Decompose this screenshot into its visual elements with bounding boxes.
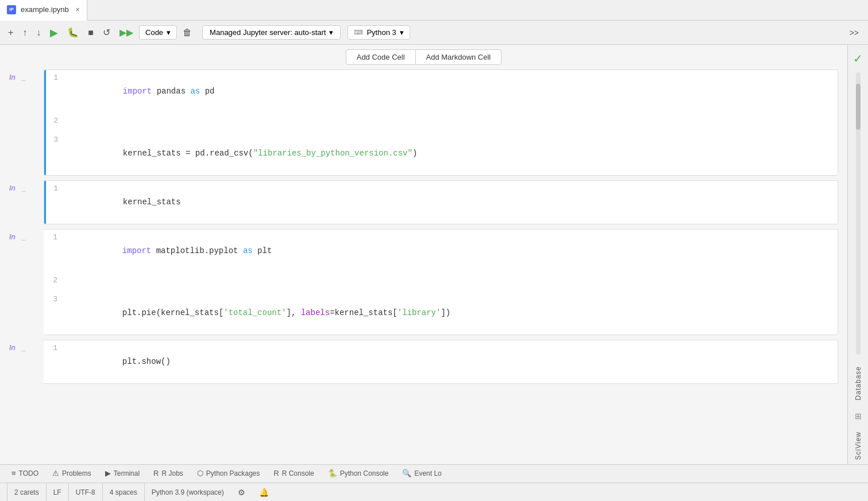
add-code-cell-button[interactable]: Add Code Cell bbox=[346, 49, 415, 65]
tab-event-log[interactable]: 🔍 Event Lo bbox=[395, 465, 448, 483]
r-console-icon: R bbox=[273, 469, 279, 477]
indent-status: 4 spaces bbox=[102, 483, 144, 501]
tab-problems[interactable]: ⚠ Problems bbox=[45, 465, 98, 483]
scrollbar-thumb[interactable] bbox=[856, 84, 861, 130]
python-packages-icon: ⬡ bbox=[197, 469, 203, 477]
tab-terminal[interactable]: ▶ Terminal bbox=[98, 465, 146, 483]
todo-icon: ≡ bbox=[11, 469, 16, 477]
grid-icon[interactable]: ⊞ bbox=[850, 407, 867, 425]
cell-1-active-border bbox=[44, 70, 46, 175]
cell-4-body[interactable]: 1 plt.show() bbox=[44, 340, 838, 384]
status-bar: 2 carets LF UTF-8 4 spaces Python 3.9 (w… bbox=[0, 483, 868, 501]
revert-button[interactable]: ↺ bbox=[99, 25, 114, 40]
cell-3-line-1: 1 import matplotlib.pyplot as plt bbox=[44, 230, 838, 273]
stop-button[interactable]: ■ bbox=[84, 25, 97, 40]
main-area: Add Code Cell Add Markdown Cell In _ 1 i… bbox=[0, 45, 868, 464]
cell-4-label: In _ bbox=[9, 340, 44, 352]
problems-label: Problems bbox=[62, 469, 91, 477]
move-down-button[interactable]: ↓ bbox=[33, 25, 44, 40]
cell-2-label: In _ bbox=[9, 180, 44, 192]
event-log-label: Event Lo bbox=[414, 469, 441, 477]
problems-icon: ⚠ bbox=[52, 469, 59, 477]
sciview-panel-label[interactable]: SciView bbox=[853, 427, 863, 464]
python-version-status: Python 3.9 (workspace) bbox=[144, 483, 231, 501]
move-up-button[interactable]: ↑ bbox=[19, 25, 30, 40]
cell-2-body[interactable]: 1 kernel_stats bbox=[44, 180, 838, 224]
right-sidebar: ✓ Database ⊞ SciView bbox=[847, 45, 868, 464]
debug-button[interactable]: 🐛 bbox=[64, 25, 82, 40]
cell-4-line-1: 1 plt.show() bbox=[44, 340, 838, 383]
python-console-label: Python Console bbox=[340, 469, 389, 477]
tab-r-jobs[interactable]: R R Jobs bbox=[146, 465, 190, 483]
bottom-tabs-bar: ≡ TODO ⚠ Problems ▶ Terminal R R Jobs ⬡ … bbox=[0, 464, 868, 483]
cell-1-label: In _ bbox=[9, 69, 44, 81]
scrollbar-track[interactable] bbox=[856, 72, 861, 355]
cell-2-container: In _ 1 kernel_stats bbox=[0, 180, 847, 224]
tab-bar: IP example.ipynb × bbox=[0, 0, 868, 21]
notebook-tab[interactable]: IP example.ipynb × bbox=[0, 0, 87, 21]
cell-2-active-border bbox=[44, 181, 46, 224]
tab-close-button[interactable]: × bbox=[76, 6, 80, 14]
run-all-button[interactable]: ▶▶ bbox=[116, 25, 137, 40]
add-cell-button[interactable]: + bbox=[5, 25, 17, 40]
cell-1-line-1: 1 import pandas as pd bbox=[44, 70, 838, 113]
tab-python-packages[interactable]: ⬡ Python Packages bbox=[190, 465, 267, 483]
tab-icon: IP bbox=[7, 5, 16, 14]
tab-filename: example.ipynb bbox=[21, 5, 69, 14]
cell-type-dropdown[interactable]: Code ▾ bbox=[139, 25, 177, 40]
terminal-label: Terminal bbox=[114, 469, 140, 477]
cell-3-body[interactable]: 1 import matplotlib.pyplot as plt 2 3 pl… bbox=[44, 229, 838, 335]
cell-1-line-2: 2 bbox=[44, 113, 838, 132]
carets-status: 2 carets bbox=[7, 483, 46, 501]
settings-icon[interactable]: ⚙ bbox=[231, 483, 252, 501]
cell-1-line-3: 3 kernel_stats = pd.read_csv("libraries_… bbox=[44, 132, 838, 175]
python-version-dropdown[interactable]: ⌨ Python 3 ▾ bbox=[348, 25, 410, 40]
tab-r-console[interactable]: R R Console bbox=[267, 465, 321, 483]
cell-1-body[interactable]: 1 import pandas as pd 2 3 kernel_stats =… bbox=[44, 69, 838, 176]
jupyter-server-dropdown[interactable]: Managed Jupyter server: auto-start ▾ bbox=[202, 25, 341, 40]
tab-python-console[interactable]: 🐍 Python Console bbox=[321, 465, 396, 483]
terminal-icon: ▶ bbox=[105, 469, 111, 477]
notebook-area[interactable]: Add Code Cell Add Markdown Cell In _ 1 i… bbox=[0, 45, 847, 464]
cell-1-container: In _ 1 import pandas as pd 2 3 bbox=[0, 69, 847, 176]
add-markdown-cell-button[interactable]: Add Markdown Cell bbox=[415, 49, 502, 65]
toolbar: + ↑ ↓ ▶ 🐛 ■ ↺ ▶▶ Code ▾ 🗑 Managed Jupyte… bbox=[0, 21, 868, 45]
encoding-status: UTF-8 bbox=[68, 483, 102, 501]
r-jobs-label: R Jobs bbox=[161, 469, 183, 477]
cell-3-line-3: 3 plt.pie(kernel_stats['total_count'], l… bbox=[44, 292, 838, 335]
checkmark-icon: ✓ bbox=[853, 52, 863, 65]
todo-label: TODO bbox=[19, 469, 38, 477]
r-jobs-icon: R bbox=[153, 469, 159, 477]
r-console-label: R Console bbox=[282, 469, 314, 477]
python-console-icon: 🐍 bbox=[328, 469, 337, 477]
cell-2-line-1: 1 kernel_stats bbox=[44, 181, 838, 224]
tab-todo[interactable]: ≡ TODO bbox=[5, 465, 45, 483]
python-packages-label: Python Packages bbox=[206, 469, 260, 477]
lf-status: LF bbox=[46, 483, 68, 501]
cell-4-container: In _ 1 plt.show() bbox=[0, 340, 847, 384]
run-button[interactable]: ▶ bbox=[47, 24, 61, 41]
delete-cell-button[interactable]: 🗑 bbox=[179, 25, 195, 40]
cell-3-container: In _ 1 import matplotlib.pyplot as plt 2… bbox=[0, 229, 847, 335]
toolbar-more-button[interactable]: >> bbox=[845, 26, 863, 40]
notification-icon[interactable]: 🔔 bbox=[252, 483, 276, 501]
event-log-icon: 🔍 bbox=[402, 469, 411, 477]
database-panel-label[interactable]: Database bbox=[853, 362, 863, 405]
add-cell-bar: Add Code Cell Add Markdown Cell bbox=[0, 45, 847, 69]
cell-3-line-2: 2 bbox=[44, 273, 838, 292]
cell-3-label: In _ bbox=[9, 229, 44, 241]
